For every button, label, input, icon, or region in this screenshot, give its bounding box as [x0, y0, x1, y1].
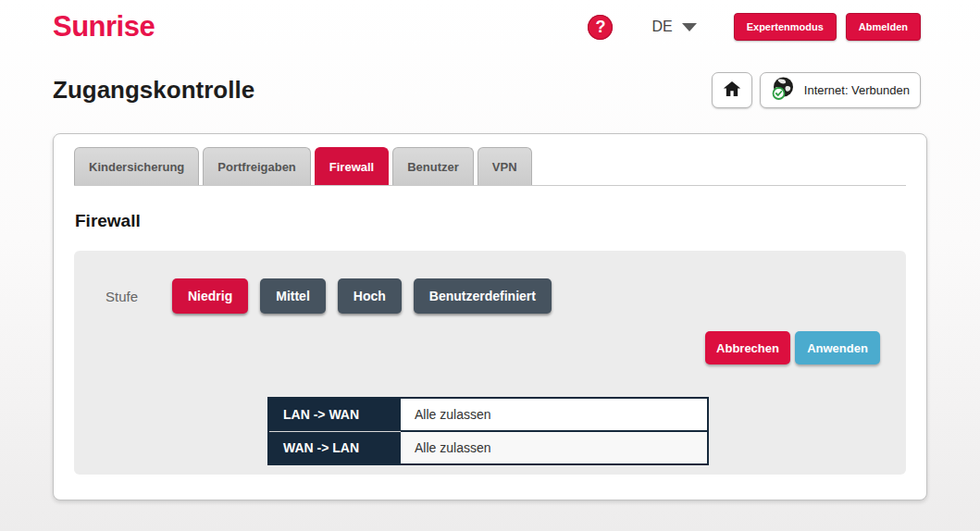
language-selector[interactable]: DE	[651, 19, 696, 35]
tab-firewall[interactable]: Firewall	[315, 147, 389, 185]
rule-policy: Alle zulassen	[401, 431, 708, 464]
table-row: WAN -> LAN Alle zulassen	[268, 431, 708, 464]
home-icon	[723, 80, 741, 102]
globe-icon	[771, 76, 796, 105]
section-title: Firewall	[75, 211, 906, 231]
tab-bar: Kindersicherung Portfreigaben Firewall B…	[74, 147, 906, 186]
rule-policy: Alle zulassen	[401, 398, 708, 431]
logout-button[interactable]: Abmelden	[846, 13, 921, 41]
tab-benutzer[interactable]: Benutzer	[392, 147, 474, 185]
home-button[interactable]	[712, 72, 752, 108]
expert-mode-button[interactable]: Expertenmodus	[734, 13, 837, 41]
rule-direction: WAN -> LAN	[268, 431, 401, 464]
level-button-niedrig[interactable]: Niedrig	[172, 278, 248, 314]
access-control-card: Kindersicherung Portfreigaben Firewall B…	[53, 133, 927, 500]
sunrise-logo: Sunrise	[53, 10, 155, 43]
apply-button[interactable]: Anwenden	[795, 331, 880, 364]
level-button-mittel[interactable]: Mittel	[260, 278, 326, 314]
rule-direction: LAN -> WAN	[268, 398, 401, 431]
level-label: Stufe	[105, 289, 172, 304]
page-title: Zugangskontrolle	[53, 76, 254, 105]
help-icon[interactable]: ?	[588, 15, 613, 40]
page-head: Zugangskontrolle Internet: Verbunden	[0, 50, 980, 108]
firewall-panel: Stufe Niedrig Mittel Hoch Benutzerdefini…	[74, 251, 906, 475]
cancel-button[interactable]: Abbrechen	[705, 331, 790, 364]
tab-portfreigaben[interactable]: Portfreigaben	[203, 147, 311, 185]
level-button-benutzerdefiniert[interactable]: Benutzerdefiniert	[414, 278, 552, 314]
internet-status-text: Internet: Verbunden	[804, 83, 910, 97]
tab-kindersicherung[interactable]: Kindersicherung	[74, 147, 199, 185]
header-actions: ? DE Expertenmodus Abmelden	[588, 13, 921, 41]
language-label: DE	[651, 19, 672, 35]
firewall-level-row: Stufe Niedrig Mittel Hoch Benutzerdefini…	[89, 278, 891, 314]
table-row: LAN -> WAN Alle zulassen	[268, 398, 708, 431]
chevron-down-icon	[682, 23, 697, 31]
internet-status-badge[interactable]: Internet: Verbunden	[760, 72, 921, 108]
tab-vpn[interactable]: VPN	[478, 147, 532, 185]
firewall-rules-table: LAN -> WAN Alle zulassen WAN -> LAN Alle…	[267, 397, 709, 465]
top-header: Sunrise ? DE Expertenmodus Abmelden	[0, 0, 980, 50]
level-button-hoch[interactable]: Hoch	[338, 278, 402, 314]
page-head-actions: Internet: Verbunden	[712, 72, 921, 108]
action-buttons: Abbrechen Anwenden	[89, 331, 891, 364]
